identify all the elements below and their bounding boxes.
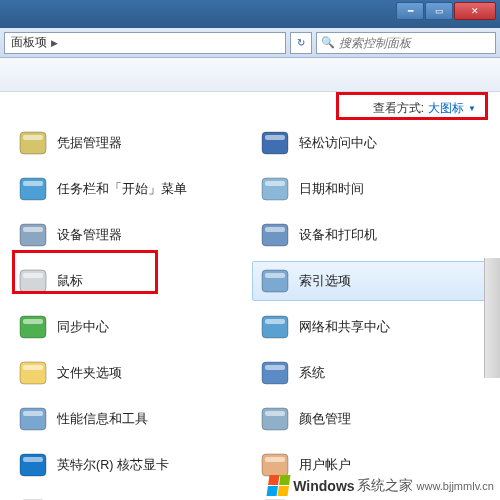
cpl-item-date-time[interactable]: 日期和时间 — [252, 169, 490, 209]
cpl-item-label: 同步中心 — [57, 319, 109, 336]
svg-rect-9 — [23, 227, 43, 232]
chevron-down-icon: ▼ — [468, 104, 476, 113]
cpl-item-label: 任务栏和「开始」菜单 — [57, 181, 187, 198]
minimize-button[interactable]: ━ — [396, 2, 424, 20]
cpl-item-intel-graphics[interactable]: 英特尔(R) 核芯显卡 — [10, 445, 248, 485]
window-titlebar: ━ ▭ ✕ — [0, 0, 500, 28]
cpl-item-label: 鼠标 — [57, 273, 83, 290]
cpl-item-label: 凭据管理器 — [57, 135, 122, 152]
windows-logo-icon — [267, 475, 291, 496]
cpl-item-folder-options[interactable]: 文件夹选项 — [10, 353, 248, 393]
view-mode-value[interactable]: 大图标 — [428, 100, 464, 117]
search-input[interactable] — [339, 36, 491, 50]
sync-center-icon — [17, 311, 49, 343]
cpl-item-device-manager[interactable]: 设备管理器 — [10, 215, 248, 255]
svg-rect-15 — [265, 273, 285, 278]
svg-rect-11 — [265, 227, 285, 232]
search-icon: 🔍 — [321, 36, 335, 49]
cpl-item-label: 轻松访问中心 — [299, 135, 377, 152]
close-button[interactable]: ✕ — [454, 2, 496, 20]
indexing-options-icon — [259, 265, 291, 297]
cpl-item-label: 日期和时间 — [299, 181, 364, 198]
system-icon — [259, 357, 291, 389]
network-sharing-icon — [259, 311, 291, 343]
device-manager-icon — [17, 219, 49, 251]
svg-rect-29 — [23, 457, 43, 462]
cpl-item-desktop-gadgets[interactable]: 桌面小工具 — [10, 491, 248, 500]
command-toolbar — [0, 58, 500, 92]
taskbar-start-icon — [17, 173, 49, 205]
devices-printers-icon — [259, 219, 291, 251]
ease-of-access-icon — [259, 127, 291, 159]
cpl-item-label: 用户帐户 — [299, 457, 351, 474]
cpl-item-system[interactable]: 系统 — [252, 353, 490, 393]
cpl-item-taskbar-start[interactable]: 任务栏和「开始」菜单 — [10, 169, 248, 209]
cpl-item-credential-manager[interactable]: 凭据管理器 — [10, 123, 248, 163]
cpl-item-label: 设备和打印机 — [299, 227, 377, 244]
chevron-right-icon: ▶ — [51, 38, 58, 48]
scrollbar[interactable] — [484, 258, 500, 378]
cpl-item-label: 系统 — [299, 365, 325, 382]
svg-rect-3 — [265, 135, 285, 140]
perf-tools-icon — [17, 403, 49, 435]
intel-graphics-icon — [17, 449, 49, 481]
watermark-brand: Windows — [293, 478, 354, 494]
date-time-icon — [259, 173, 291, 205]
folder-options-icon — [17, 357, 49, 389]
address-toolbar: 面板项 ▶ ↻ 🔍 — [0, 28, 500, 58]
view-mode-selector[interactable]: 查看方式: 大图标 ▼ — [373, 100, 476, 117]
cpl-item-mouse[interactable]: 鼠标 — [10, 261, 248, 301]
view-mode-label: 查看方式: — [373, 100, 424, 117]
svg-rect-17 — [23, 319, 43, 324]
cpl-item-network-sharing[interactable]: 网络和共享中心 — [252, 307, 490, 347]
svg-rect-1 — [23, 135, 43, 140]
cpl-item-label: 性能信息和工具 — [57, 411, 148, 428]
cpl-item-sync-center[interactable]: 同步中心 — [10, 307, 248, 347]
breadcrumb-text: 面板项 — [11, 34, 47, 51]
cpl-item-label: 网络和共享中心 — [299, 319, 390, 336]
cpl-item-color-management[interactable]: 颜色管理 — [252, 399, 490, 439]
svg-rect-7 — [265, 181, 285, 186]
cpl-item-label: 索引选项 — [299, 273, 351, 290]
maximize-button[interactable]: ▭ — [425, 2, 453, 20]
svg-rect-27 — [265, 411, 285, 416]
cpl-item-label: 设备管理器 — [57, 227, 122, 244]
mouse-icon — [17, 265, 49, 297]
watermark: Windows 系统之家 www.bjjmmlv.cn — [268, 475, 494, 496]
cpl-item-label: 颜色管理 — [299, 411, 351, 428]
cpl-item-ease-of-access[interactable]: 轻松访问中心 — [252, 123, 490, 163]
color-management-icon — [259, 403, 291, 435]
cpl-item-label: 文件夹选项 — [57, 365, 122, 382]
cpl-item-indexing-options[interactable]: 索引选项 — [252, 261, 490, 301]
refresh-button[interactable]: ↻ — [290, 32, 312, 54]
svg-rect-13 — [23, 273, 43, 278]
control-panel-grid: 凭据管理器轻松访问中心任务栏和「开始」菜单日期和时间设备管理器设备和打印机鼠标索… — [0, 121, 500, 500]
svg-rect-25 — [23, 411, 43, 416]
cpl-item-devices-printers[interactable]: 设备和打印机 — [252, 215, 490, 255]
search-box[interactable]: 🔍 — [316, 32, 496, 54]
cpl-item-perf-tools[interactable]: 性能信息和工具 — [10, 399, 248, 439]
content-header: 查看方式: 大图标 ▼ — [0, 92, 500, 121]
svg-rect-19 — [265, 319, 285, 324]
svg-rect-31 — [265, 457, 285, 462]
breadcrumb[interactable]: 面板项 ▶ — [4, 32, 286, 54]
svg-rect-5 — [23, 181, 43, 186]
svg-rect-21 — [23, 365, 43, 370]
watermark-url: www.bjjmmlv.cn — [417, 480, 494, 492]
cpl-item-label: 英特尔(R) 核芯显卡 — [57, 457, 169, 474]
desktop-gadgets-icon — [17, 495, 49, 500]
svg-rect-23 — [265, 365, 285, 370]
refresh-icon: ↻ — [297, 37, 305, 48]
credential-manager-icon — [17, 127, 49, 159]
watermark-tagline: 系统之家 — [357, 477, 413, 495]
